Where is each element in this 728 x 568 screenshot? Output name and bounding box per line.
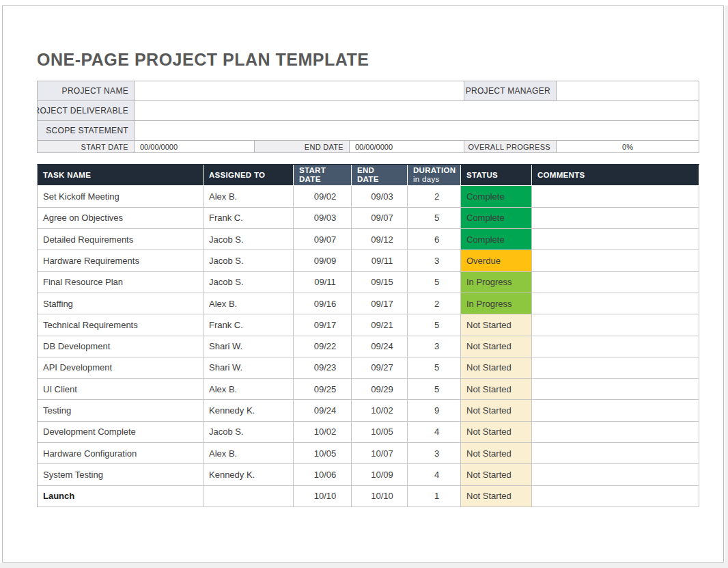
status-cell[interactable]: Not Started <box>461 464 532 485</box>
duration-cell[interactable]: 4 <box>408 464 461 485</box>
assigned-to-cell[interactable] <box>204 486 294 507</box>
start-date-cell[interactable]: 09/24 <box>294 400 352 421</box>
end-date-cell[interactable]: 09/29 <box>352 379 408 400</box>
status-cell[interactable]: Not Started <box>461 336 532 357</box>
start-date-cell[interactable]: 09/02 <box>294 186 352 207</box>
end-date-cell[interactable]: 09/12 <box>352 229 408 250</box>
comments-cell[interactable] <box>532 272 699 293</box>
assigned-to-cell[interactable]: Shari W. <box>204 357 294 379</box>
comments-cell[interactable] <box>532 314 699 336</box>
start-date-cell[interactable]: 10/02 <box>294 422 352 443</box>
task-name-cell[interactable]: Staffing <box>38 293 204 314</box>
status-cell[interactable]: Not Started <box>461 400 532 421</box>
task-name-cell[interactable]: Detailed Requirements <box>38 229 204 250</box>
start-date-cell[interactable]: 09/17 <box>294 314 352 336</box>
start-date-cell[interactable]: 09/07 <box>294 229 352 250</box>
duration-cell[interactable]: 5 <box>408 379 461 400</box>
task-name-cell[interactable]: UI Client <box>38 379 204 400</box>
assigned-to-cell[interactable]: Kennedy K. <box>204 464 294 485</box>
duration-cell[interactable]: 2 <box>408 293 461 314</box>
start-date-cell[interactable]: 10/05 <box>294 443 352 464</box>
comments-cell[interactable] <box>532 464 699 485</box>
task-name-cell[interactable]: Final Resource Plan <box>38 272 204 293</box>
status-cell[interactable]: In Progress <box>461 293 532 314</box>
status-cell[interactable]: Complete <box>461 208 532 229</box>
assigned-to-cell[interactable]: Shari W. <box>204 336 294 357</box>
assigned-to-cell[interactable]: Alex B. <box>204 186 294 207</box>
duration-cell[interactable]: 9 <box>408 400 461 421</box>
assigned-to-cell[interactable]: Jacob S. <box>204 229 294 250</box>
task-name-cell[interactable]: Testing <box>38 400 204 421</box>
scope-statement-field[interactable] <box>135 121 699 141</box>
duration-cell[interactable]: 5 <box>408 208 461 229</box>
task-name-cell[interactable]: Launch <box>38 486 204 507</box>
end-date-cell[interactable]: 09/15 <box>352 272 408 293</box>
end-date-cell[interactable]: 10/10 <box>352 486 408 507</box>
assigned-to-cell[interactable]: Jacob S. <box>204 250 294 271</box>
assigned-to-cell[interactable]: Kennedy K. <box>204 400 294 421</box>
status-cell[interactable]: Not Started <box>461 357 532 379</box>
comments-cell[interactable] <box>532 250 699 271</box>
task-name-cell[interactable]: DB Development <box>38 336 204 357</box>
status-cell[interactable]: Not Started <box>461 486 532 507</box>
assigned-to-cell[interactable]: Alex B. <box>204 379 294 400</box>
task-name-cell[interactable]: System Testing <box>38 464 204 485</box>
end-date-cell[interactable]: 10/02 <box>352 400 408 421</box>
assigned-to-cell[interactable]: Alex B. <box>204 293 294 314</box>
comments-cell[interactable] <box>532 422 699 443</box>
comments-cell[interactable] <box>532 486 699 507</box>
start-date-cell[interactable]: 09/25 <box>294 379 352 400</box>
status-cell[interactable]: Not Started <box>461 422 532 443</box>
duration-cell[interactable]: 2 <box>408 186 461 207</box>
duration-cell[interactable]: 5 <box>408 272 461 293</box>
end-date-field[interactable]: 00/00/0000 <box>350 141 464 153</box>
overall-progress-value[interactable]: 0% <box>557 141 699 153</box>
duration-cell[interactable]: 3 <box>408 336 461 357</box>
end-date-cell[interactable]: 09/21 <box>352 314 408 336</box>
end-date-cell[interactable]: 09/17 <box>352 293 408 314</box>
status-cell[interactable]: Complete <box>461 186 532 207</box>
project-manager-field[interactable] <box>557 81 699 101</box>
end-date-cell[interactable]: 09/03 <box>352 186 408 207</box>
start-date-cell[interactable]: 09/11 <box>294 272 352 293</box>
status-cell[interactable]: Not Started <box>461 379 532 400</box>
assigned-to-cell[interactable]: Jacob S. <box>204 272 294 293</box>
start-date-cell[interactable]: 09/09 <box>294 250 352 271</box>
assigned-to-cell[interactable]: Jacob S. <box>204 422 294 443</box>
task-name-cell[interactable]: Hardware Requirements <box>38 250 204 271</box>
duration-cell[interactable]: 6 <box>408 229 461 250</box>
task-name-cell[interactable]: Set Kickoff Meeting <box>38 186 204 207</box>
project-deliverable-field[interactable] <box>135 101 699 121</box>
comments-cell[interactable] <box>532 229 699 250</box>
start-date-cell[interactable]: 09/22 <box>294 336 352 357</box>
assigned-to-cell[interactable]: Frank C. <box>204 314 294 336</box>
duration-cell[interactable]: 3 <box>408 443 461 464</box>
status-cell[interactable]: Overdue <box>461 250 532 271</box>
status-cell[interactable]: Complete <box>461 229 532 250</box>
status-cell[interactable]: In Progress <box>461 272 532 293</box>
end-date-cell[interactable]: 09/27 <box>352 357 408 379</box>
start-date-cell[interactable]: 10/10 <box>294 486 352 507</box>
task-name-cell[interactable]: Agree on Objectives <box>38 208 204 229</box>
project-name-field[interactable] <box>135 81 464 101</box>
comments-cell[interactable] <box>532 400 699 421</box>
end-date-cell[interactable]: 09/11 <box>352 250 408 271</box>
duration-cell[interactable]: 5 <box>408 357 461 379</box>
assigned-to-cell[interactable]: Alex B. <box>204 443 294 464</box>
start-date-cell[interactable]: 10/06 <box>294 464 352 485</box>
comments-cell[interactable] <box>532 379 699 400</box>
comments-cell[interactable] <box>532 293 699 314</box>
start-date-cell[interactable]: 09/23 <box>294 357 352 379</box>
end-date-cell[interactable]: 10/09 <box>352 464 408 485</box>
duration-cell[interactable]: 3 <box>408 250 461 271</box>
task-name-cell[interactable]: Development Complete <box>38 422 204 443</box>
task-name-cell[interactable]: API Development <box>38 357 204 379</box>
comments-cell[interactable] <box>532 186 699 207</box>
duration-cell[interactable]: 5 <box>408 314 461 336</box>
task-name-cell[interactable]: Hardware Configuration <box>38 443 204 464</box>
comments-cell[interactable] <box>532 443 699 464</box>
duration-cell[interactable]: 4 <box>408 422 461 443</box>
assigned-to-cell[interactable]: Frank C. <box>204 208 294 229</box>
end-date-cell[interactable]: 09/07 <box>352 208 408 229</box>
start-date-cell[interactable]: 09/03 <box>294 208 352 229</box>
